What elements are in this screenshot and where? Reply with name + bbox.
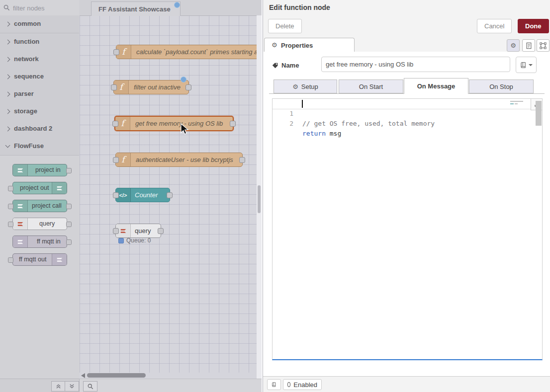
- hscroll-left-arrow[interactable]: [81, 373, 85, 378]
- name-label: Name: [272, 62, 299, 69]
- palette-node-project-in[interactable]: project in: [12, 164, 67, 176]
- dialog-button-row: Delete Cancel Done: [263, 15, 550, 38]
- tab-on-stop[interactable]: On Stop: [469, 79, 534, 93]
- input-port[interactable]: [111, 84, 117, 90]
- search-icon: [88, 384, 93, 390]
- palette-category-network[interactable]: network: [0, 51, 79, 69]
- flow-node-get-free-memory[interactable]: f get free memory - using OS lib: [114, 116, 234, 131]
- done-button[interactable]: Done: [518, 19, 549, 33]
- edit-dialog: Edit function node Delete Cancel Done ⚙ …: [263, 0, 550, 392]
- collapse-all-button[interactable]: [51, 381, 66, 392]
- selection-frame-icon: [540, 42, 547, 49]
- gear-icon: ⚙: [272, 42, 277, 48]
- flow-node-filter-out-inactive[interactable]: f filter out inactive: [113, 80, 189, 94]
- chevron-down-icon: [5, 143, 10, 148]
- flow-node-calculate-primes[interactable]: f calculate `payload.count` primes start…: [116, 45, 262, 59]
- tab-properties[interactable]: ⚙ Properties: [264, 38, 355, 52]
- dialog-title: Edit function node: [269, 3, 330, 11]
- chevron-right-icon: [5, 57, 10, 62]
- input-port[interactable]: [112, 121, 118, 127]
- appearance-view-button[interactable]: [537, 39, 550, 52]
- palette-category-sequence[interactable]: sequence: [0, 68, 79, 86]
- node-status: Queue: 0: [118, 237, 151, 244]
- output-port: [66, 204, 72, 209]
- flow-node-authenticate-user[interactable]: f authenticateUser - use lib bcryptjs: [115, 153, 243, 167]
- caret-down-icon: [529, 64, 533, 66]
- input-port: [8, 222, 13, 227]
- input-port[interactable]: [113, 157, 119, 163]
- palette-node-project-call[interactable]: project call: [12, 200, 67, 212]
- output-port: [66, 222, 72, 227]
- dialog-header: Edit function node: [263, 0, 550, 15]
- chevron-right-icon: [5, 75, 10, 79]
- input-port[interactable]: [113, 49, 119, 55]
- chevron-right-icon: [5, 40, 10, 45]
- palette-node-query[interactable]: query: [12, 218, 67, 230]
- output-port: [66, 239, 72, 245]
- expand-all-button[interactable]: [65, 381, 79, 392]
- output-port[interactable]: [230, 121, 236, 127]
- palette-node-ff-mqtt-in[interactable]: ff mqtt in: [12, 235, 67, 248]
- node-red-editor: common function network sequence parser …: [0, 0, 550, 392]
- output-port[interactable]: [185, 84, 191, 90]
- palette-search-box: [0, 0, 79, 16]
- description-view-button[interactable]: [522, 39, 535, 52]
- tab-modified-dot: [174, 2, 180, 8]
- tab-on-message[interactable]: On Message: [404, 78, 468, 94]
- palette-node-project-out[interactable]: project out: [12, 182, 67, 194]
- palette-footer: [0, 379, 80, 392]
- palette-category-common[interactable]: common: [0, 15, 79, 33]
- tab-on-start[interactable]: On Start: [339, 79, 403, 93]
- input-port: [8, 204, 13, 209]
- palette-filter-input[interactable]: [12, 2, 76, 13]
- canvas-footer: [80, 379, 262, 392]
- palette-sidebar: common function network sequence parser …: [0, 0, 80, 379]
- properties-view-button[interactable]: ⚙: [507, 39, 520, 52]
- input-port[interactable]: [113, 228, 119, 234]
- document-icon: [526, 42, 532, 49]
- delete-button[interactable]: Delete: [268, 19, 302, 33]
- palette-category-storage[interactable]: storage: [0, 103, 79, 121]
- chevron-right-icon: [5, 22, 10, 27]
- palette-category-parser[interactable]: parser: [0, 85, 79, 103]
- input-port[interactable]: [113, 192, 119, 198]
- palette-category-flowfuse[interactable]: FlowFuse: [0, 138, 79, 156]
- flowfuse-logo-icon: [52, 254, 67, 265]
- flow-canvas[interactable]: FF Assistant Showcase f calculate `paylo…: [80, 0, 262, 379]
- input-port: [8, 257, 13, 263]
- output-port[interactable]: [158, 228, 164, 234]
- flow-node-counter[interactable]: </> Counter: [115, 188, 170, 202]
- dialog-tabs-row: ⚙ Properties ⚙: [263, 38, 550, 53]
- vertical-scrollbar-thumb[interactable]: [258, 185, 261, 213]
- horizontal-scrollbar[interactable]: [87, 373, 146, 378]
- workspace-tab[interactable]: FF Assistant Showcase: [91, 1, 181, 16]
- output-port[interactable]: [167, 192, 173, 198]
- name-input[interactable]: [321, 57, 510, 72]
- flowfuse-logo-icon: [13, 236, 28, 247]
- vertical-scrollbar-track[interactable]: [257, 15, 262, 379]
- flow-node-query[interactable]: query: [115, 224, 161, 238]
- book-icon: [520, 62, 527, 69]
- canvas-search-button[interactable]: [83, 381, 97, 392]
- palette-category-dashboard2[interactable]: dashboard 2: [0, 120, 79, 138]
- enabled-toggle-button[interactable]: Enabled: [283, 379, 322, 390]
- search-icon: [3, 4, 10, 11]
- cancel-button[interactable]: Cancel: [477, 19, 512, 33]
- palette-node-ff-mqtt-out[interactable]: ff mqtt out: [12, 253, 67, 266]
- library-dropdown-button[interactable]: [516, 57, 537, 73]
- editor-scrollbar-thumb[interactable]: [536, 101, 542, 126]
- enabled-circle-icon: [287, 382, 290, 387]
- input-port: [8, 186, 13, 191]
- output-port[interactable]: [239, 157, 245, 163]
- code-line-1: 1 // get OS free, used, total memory: [273, 99, 542, 109]
- tab-setup[interactable]: ⚙ Setup: [274, 79, 337, 93]
- flowfuse-logo-icon: [13, 164, 28, 176]
- gear-icon: ⚙: [292, 83, 298, 90]
- code-editor[interactable]: 1 // get OS free, used, total memory 2 r…: [272, 98, 543, 360]
- workspace-tab-bar: FF Assistant Showcase: [80, 0, 262, 16]
- dialog-footer: Enabled: [263, 376, 550, 392]
- library-button[interactable]: [267, 379, 281, 390]
- double-chevron-down-icon: [69, 384, 75, 389]
- flowfuse-logo-icon: [13, 218, 28, 230]
- palette-category-function[interactable]: function: [0, 33, 79, 51]
